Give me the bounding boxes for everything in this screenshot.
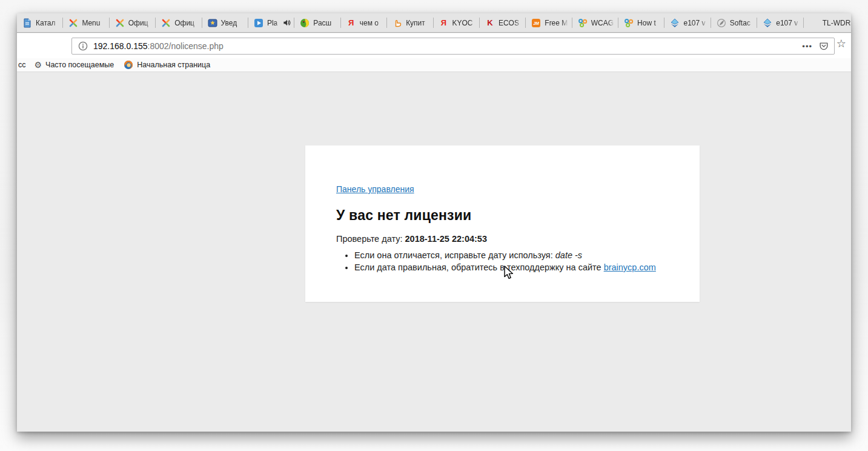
tab-title: Офиц xyxy=(174,19,198,27)
tab-Расш[interactable]: Расш xyxy=(294,13,340,32)
kyocera-icon: K xyxy=(485,18,495,28)
bookmark-label: Начальная страница xyxy=(137,61,210,69)
bookmark-item-home[interactable]: Начальная страница xyxy=(119,60,215,70)
url-path: :8002/nolicense.php xyxy=(148,41,224,51)
info-icon[interactable] xyxy=(78,41,88,51)
date-value: 2018-11-25 22:04:53 xyxy=(405,234,487,244)
bullet2-text: Если дата правильная, обратитесь в техпо… xyxy=(354,262,604,272)
tab-title: Офиц xyxy=(128,19,152,27)
brainycp-link[interactable]: brainycp.com xyxy=(604,262,656,272)
pocket-icon[interactable] xyxy=(818,41,829,52)
page-actions-icon[interactable]: ••• xyxy=(796,42,818,51)
tab-Menu[interactable]: Menu xyxy=(63,13,109,32)
tab-Pla[interactable]: Pla xyxy=(248,13,294,32)
catalog-icon xyxy=(22,18,32,28)
gear-icon: ⚙ xyxy=(35,61,42,69)
tab-title: Купит xyxy=(406,19,429,27)
date-command: date -s xyxy=(555,250,582,260)
tab-WCAG[interactable]: WCAG xyxy=(572,13,618,32)
tab-Купит[interactable]: Купит xyxy=(387,13,433,32)
tab-Softac[interactable]: Softac xyxy=(711,13,757,32)
e107-icon xyxy=(763,18,772,28)
address-bar[interactable]: 192.168.0.155:8002/nolicense.php ••• xyxy=(71,38,835,55)
tab-title: Softac xyxy=(730,19,754,27)
tab-Free M[interactable]: JMFree M xyxy=(526,13,572,32)
tab-KYOC[interactable]: ЯKYOC xyxy=(434,13,480,32)
tab-Офиц[interactable]: Офиц xyxy=(156,13,202,32)
jm-icon: JM xyxy=(531,18,541,28)
tab-title: e107 v xyxy=(683,19,707,27)
tab-title: чем о xyxy=(360,19,383,27)
bookmarks-bar: сс ⚙ Часто посещаемые Начальная страница xyxy=(17,58,851,72)
tab-title: Free M xyxy=(545,19,568,27)
tab-title: Катал xyxy=(36,19,59,27)
tab-title: WCAG xyxy=(591,19,615,27)
parrot-icon xyxy=(300,18,310,28)
softaculous-icon xyxy=(717,18,726,28)
bookmark-star-icon[interactable]: ☆ xyxy=(837,38,846,49)
tab-title: Pla xyxy=(267,19,279,27)
hand-icon xyxy=(393,18,402,28)
browser-window: КаталMenuОфицОфицУведPlaРасшЯчем оКупитЯ… xyxy=(17,13,851,432)
instructions-list: Если она отличается, исправьте дату испо… xyxy=(354,250,675,273)
tab-title: KYOC xyxy=(452,19,476,27)
tab-title: Увед xyxy=(221,19,245,27)
tab-Увед[interactable]: Увед xyxy=(202,13,248,32)
bookmark-label: Часто посещаемые xyxy=(45,61,114,69)
bullet1-text: Если она отличается, исправьте дату испо… xyxy=(354,250,555,260)
joomla-icon xyxy=(161,18,171,28)
list-item: Если дата правильная, обратитесь в техпо… xyxy=(354,262,675,273)
tab-чем о[interactable]: Ячем о xyxy=(341,13,387,32)
url-host: 192.168.0.155 xyxy=(93,41,148,51)
page-viewport: Панель управления У вас нет лицензии Про… xyxy=(17,73,851,432)
tab-title: e107 v xyxy=(776,19,800,27)
navigation-toolbar: 192.168.0.155:8002/nolicense.php ••• ☆ xyxy=(17,33,851,58)
tab-How t[interactable]: How t xyxy=(618,13,664,32)
mouse-cursor xyxy=(502,265,515,281)
tab-title: Menu xyxy=(82,19,105,27)
joomla-icon xyxy=(115,18,125,28)
tab-title: TL-WDR36 xyxy=(823,19,851,27)
joomla-icon xyxy=(68,18,78,28)
play-icon xyxy=(254,18,263,28)
tab-title: ECOS xyxy=(499,19,522,27)
svg-text:JM: JM xyxy=(533,21,539,25)
circles-icon xyxy=(624,18,634,28)
list-item: Если она отличается, исправьте дату испо… xyxy=(354,250,675,261)
yandex-icon: Я xyxy=(439,18,449,28)
firefox-icon xyxy=(124,60,133,70)
bookmark-item-frequent[interactable]: ⚙ Часто посещаемые xyxy=(30,61,119,69)
tab-TL-WDR36[interactable]: TL-WDR36 xyxy=(804,13,851,32)
tab-Катал[interactable]: Катал xyxy=(17,13,63,32)
bookmark-item-truncated[interactable]: сс xyxy=(17,61,30,69)
tab-title: How t xyxy=(637,19,661,27)
control-panel-link[interactable]: Панель управления xyxy=(336,184,414,194)
tab-Офиц[interactable]: Офиц xyxy=(110,13,156,32)
e107-icon xyxy=(670,18,680,28)
tab-e107 v[interactable]: e107 v xyxy=(757,13,803,32)
tab-title: Расш xyxy=(313,19,337,27)
page-title: У вас нет лицензии xyxy=(336,207,675,224)
none xyxy=(809,18,819,28)
yandex-icon: Я xyxy=(346,18,356,28)
tab-e107 v[interactable]: e107 v xyxy=(664,13,711,32)
url-text[interactable]: 192.168.0.155:8002/nolicense.php xyxy=(93,41,796,51)
tab-ECOS[interactable]: KECOS xyxy=(480,13,526,32)
tab-strip: КаталMenuОфицОфицУведPlaРасшЯчем оКупитЯ… xyxy=(17,13,851,33)
check-date-line: Проверьте дату: 2018-11-25 22:04:53 xyxy=(336,234,675,244)
check-date-label: Проверьте дату: xyxy=(336,234,405,244)
circles-icon xyxy=(578,18,588,28)
emblem-icon xyxy=(208,18,217,28)
tab-audio-icon[interactable] xyxy=(283,19,291,27)
